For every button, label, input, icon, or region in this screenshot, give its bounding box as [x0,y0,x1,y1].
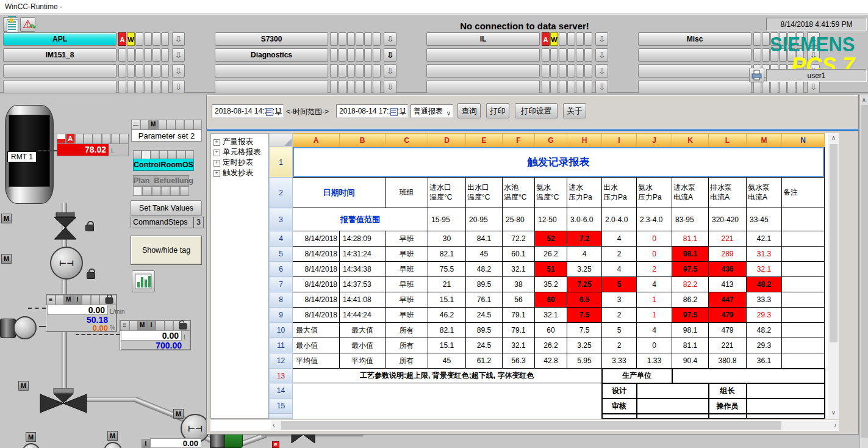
cell-H11[interactable]: 3.25 [567,338,602,353]
cell-J12[interactable]: 1.33 [637,353,672,369]
cell-B11[interactable]: 最小值 [340,338,386,353]
cell-H6[interactable]: 3.25 [567,262,602,277]
scroll-left-icon[interactable]: ‹ [273,422,274,428]
cell-C7[interactable]: 早班 [386,277,428,292]
nav-expand-arrow-button[interactable] [595,48,608,62]
nav-button-r4c1[interactable] [3,80,117,93]
tree-item[interactable]: +产量报表 [213,137,268,147]
cell-J6[interactable]: 2 [637,262,672,277]
nav-expand-arrow-button[interactable] [384,80,396,93]
control-room-os-button[interactable]: ControlRoomOS [133,159,194,171]
nav-expand-arrow-button[interactable] [172,32,185,46]
table-vertical-scrollbar[interactable]: ∧ ∨ [828,133,839,419]
query-to-input[interactable]: 2018-08-14 17:10:11 ▼ [336,104,408,118]
cell-M7[interactable]: 48.2 [747,277,782,292]
cell-M11[interactable]: 29.3 [747,338,782,353]
cell-A11[interactable]: 最小值 [293,338,340,353]
cell-H4[interactable]: 7.2 [567,231,602,247]
cell-F6[interactable]: 32.1 [503,262,535,277]
column-header-A[interactable]: A [293,134,340,147]
cell-M2[interactable]: 氨水泵 电流A [747,178,782,208]
cell-L12[interactable]: 380.8 [709,353,747,369]
cell-I[interactable] [602,414,637,419]
cell-J10[interactable]: 4 [637,323,672,338]
cell-L8[interactable]: 447 [709,292,747,308]
row-header-x[interactable] [270,414,293,419]
row-header-5[interactable]: 5 [270,247,293,262]
cell-E7[interactable]: 89.5 [466,277,503,292]
cell-L5[interactable]: 289 [709,247,747,262]
cell-F9[interactable]: 79.1 [503,308,535,323]
scroll-up-icon[interactable]: ∧ [860,96,868,103]
cell-K3[interactable]: 83-95 [672,208,709,231]
cell-K6[interactable]: 97.5 [672,262,709,277]
cell-E4[interactable]: 84.1 [466,231,503,247]
nav-button-il[interactable]: IL [426,32,540,46]
tree-item[interactable]: +单元格报表 [213,147,268,157]
cell-K9[interactable]: 97.5 [672,308,709,323]
cell-B7[interactable]: 14:37:53 [340,277,386,292]
cell-I4[interactable]: 4 [602,231,637,247]
cell-M12[interactable]: 36.1 [747,353,782,369]
cell-H2[interactable]: 进水 压力Pa [567,178,602,208]
menu-icon[interactable]: ≡ [120,320,129,331]
cell-A8[interactable]: 8/14/2018 [293,292,340,308]
cell-B10[interactable]: 最大值 [340,323,386,338]
cell-B9[interactable]: 14:44:24 [340,308,386,323]
cell-E9[interactable]: 24.5 [466,308,503,323]
column-header-N[interactable]: N [782,134,825,147]
nav-button-r4c4[interactable] [638,80,751,93]
cell-J15[interactable] [637,399,709,414]
nav-expand-arrow-button[interactable] [172,64,185,78]
cell-L7[interactable]: 413 [709,277,747,292]
row-header-3[interactable]: 3 [270,208,293,231]
new-report-button[interactable]: ★ [3,17,18,32]
cell-A4[interactable]: 8/14/2018 [293,231,340,247]
cell-M3[interactable]: 33-45 [747,208,782,231]
expand-plus-icon[interactable]: + [213,139,220,146]
cell-J7[interactable]: 4 [637,277,672,292]
cell-I10[interactable]: 5 [602,323,637,338]
column-header-F[interactable]: F [503,134,535,147]
cell-I15[interactable]: 审核 [602,399,637,414]
cell-K13[interactable] [672,369,825,383]
cell-K5[interactable]: 98.1 [672,247,709,262]
trend-chart-button[interactable] [132,270,155,292]
nav-button-im151_8[interactable]: IM151_8 [3,48,117,62]
cell-F7[interactable]: 38 [503,277,535,292]
scrollbar-thumb[interactable] [830,144,838,342]
cell-G7[interactable]: 35.2 [535,277,567,292]
nav-expand-arrow-button[interactable] [384,64,396,78]
pump-flange-icon[interactable] [13,316,37,339]
cell-B6[interactable]: 14:34:38 [340,262,386,277]
nav-button-r3c1[interactable] [3,64,117,78]
cell-D8[interactable]: 15.1 [428,292,466,308]
cell-L11[interactable]: 221 [709,338,747,353]
cell-M6[interactable]: 32.1 [747,262,782,277]
row-header-12[interactable]: 12 [270,353,293,369]
cell-I9[interactable]: 2 [602,308,637,323]
cell-N7[interactable] [782,277,825,292]
cell-G6[interactable]: 51 [535,262,567,277]
cell-G5[interactable]: 26.2 [535,247,567,262]
cell-B12[interactable]: 平均值 [340,353,386,369]
row-header-10[interactable]: 10 [270,323,293,338]
cell-D2[interactable]: 进水口 温度°C [428,178,466,208]
nav-button-s7300[interactable]: S7300 [215,32,328,46]
cell-A[interactable] [293,414,602,419]
cell-A2[interactable]: 日期时间 [293,178,386,208]
cell-N12[interactable] [782,353,825,369]
row-header-14[interactable]: 14 [270,383,293,399]
menu-icon[interactable]: ≡ [46,295,56,305]
column-header-L[interactable]: L [709,134,747,147]
cell-L14[interactable]: 组长 [709,383,747,399]
alarm-ack-button[interactable]: ⚠ ↷ [20,17,35,32]
window-vertical-scrollbar[interactable]: ∧ [859,95,868,448]
nav-button-diagnostics[interactable]: Diagnostics [215,48,328,62]
nav-button-misc[interactable]: Misc [638,32,751,46]
cell-M14[interactable] [747,383,825,399]
cell-E2[interactable]: 出水口 温度°C [466,178,503,208]
cell-B5[interactable]: 14:31:24 [340,247,386,262]
cell-I14[interactable]: 设计 [602,383,637,399]
cell-F12[interactable]: 56.3 [503,353,535,369]
